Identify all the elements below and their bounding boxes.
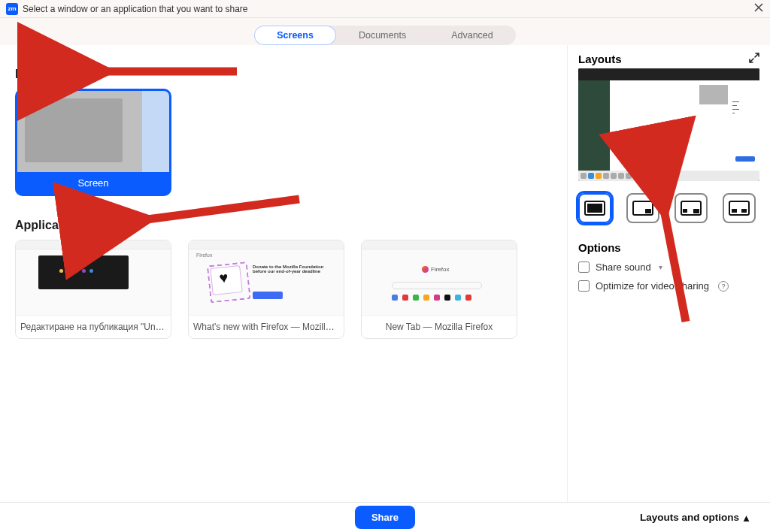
svg-rect-6	[693, 209, 699, 213]
layout-icons	[578, 193, 759, 223]
window-card-2[interactable]: Firefox Donate to the Mozilla Foundation…	[188, 240, 344, 339]
window-title: Select a window or an application that y…	[23, 4, 248, 14]
svg-rect-8	[732, 209, 737, 213]
footer: Share Layouts and options ▴	[0, 502, 770, 532]
option-share-sound[interactable]: Share sound ▾	[578, 261, 759, 273]
layouts-title-row: Layouts	[578, 53, 759, 65]
window-card-1[interactable]: Редактиране на публикация "Untitled...	[15, 240, 171, 339]
layout-icon-pip-medium[interactable]	[675, 193, 708, 223]
triangle-up-icon: ▴	[744, 512, 749, 524]
expand-icon[interactable]	[749, 53, 759, 65]
layouts-and-options-toggle[interactable]: Layouts and options ▴	[640, 512, 749, 524]
screen-thumbnail	[17, 91, 169, 172]
share-sound-label: Share sound	[596, 261, 651, 273]
title-bar: zm Select a window or an application tha…	[0, 0, 770, 18]
right-pane: Layouts ▬▬▬▬▬▬▬▬▬	[567, 45, 770, 502]
checkbox-share-sound[interactable]	[578, 261, 590, 273]
section-title-application-windows: Application windows	[15, 219, 552, 232]
optimize-video-label: Optimize for video sharing	[596, 280, 709, 292]
layout-preview: ▬▬▬▬▬▬▬▬▬	[578, 68, 759, 181]
segmented-control: Screens Documents Advanced	[254, 26, 516, 45]
window-label-1: Редактиране на публикация "Untitled...	[16, 316, 171, 338]
tab-screens[interactable]: Screens	[254, 26, 336, 45]
zoom-app-icon: zm	[6, 3, 18, 15]
window-thumb-1	[16, 240, 171, 316]
option-optimize-video[interactable]: Optimize for video sharing ?	[578, 280, 759, 292]
help-icon[interactable]: ?	[718, 281, 729, 292]
window-label-3: New Tab — Mozilla Firefox	[362, 316, 517, 338]
chevron-down-icon[interactable]: ▾	[659, 263, 662, 271]
tab-documents[interactable]: Documents	[336, 26, 429, 45]
screen-card-label: Screen	[17, 172, 169, 194]
main-area: Entire screen Screen Application windows…	[0, 45, 770, 502]
svg-rect-9	[741, 209, 747, 213]
screen-card[interactable]: Screen	[15, 89, 171, 196]
checkbox-optimize-video[interactable]	[578, 280, 590, 292]
close-icon[interactable]	[753, 2, 764, 16]
section-title-entire-screen: Entire screen	[15, 68, 552, 81]
layout-icon-sidebyside[interactable]	[723, 193, 756, 223]
options-title: Options	[578, 241, 759, 254]
layouts-toggle-label: Layouts and options	[640, 512, 739, 523]
layouts-title: Layouts	[578, 53, 622, 65]
layout-icon-fullscreen[interactable]	[578, 193, 611, 223]
svg-rect-1	[587, 204, 602, 213]
left-pane: Entire screen Screen Application windows…	[0, 45, 567, 502]
window-row: Редактиране на публикация "Untitled... F…	[15, 240, 552, 339]
window-thumb-2: Firefox Donate to the Mozilla Foundation…	[189, 240, 344, 316]
svg-rect-5	[683, 209, 687, 213]
window-card-3[interactable]: Firefox New Tab — Mozilla Firefox	[361, 240, 517, 339]
tab-advanced[interactable]: Advanced	[429, 26, 516, 45]
svg-rect-7	[729, 201, 749, 215]
window-thumb-3: Firefox	[362, 240, 517, 316]
svg-rect-3	[645, 209, 651, 213]
layout-icon-pip-small[interactable]	[626, 193, 659, 223]
share-button[interactable]: Share	[355, 506, 415, 529]
window-label-2: What's new with Firefox — Mozilla Firef.…	[189, 316, 344, 338]
